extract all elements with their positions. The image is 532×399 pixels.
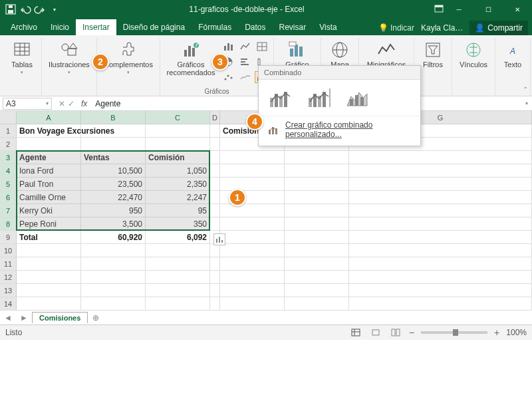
view-pagebreak-icon[interactable] [389, 327, 402, 338]
rowhead[interactable]: 4 [0, 164, 17, 178]
tab-insertar[interactable]: Insertar [76, 19, 116, 35]
cancel-formula-icon[interactable]: ✕ [59, 99, 65, 108]
svg-rect-34 [290, 49, 293, 57]
group-ilustraciones: Ilustraciones▾ [42, 38, 97, 96]
maximize-button[interactable]: ☐ [473, 0, 503, 19]
tab-diseno[interactable]: Diseño de página [116, 19, 192, 35]
rowhead[interactable]: 12 [0, 271, 17, 284]
name-box[interactable]: A3▾ [3, 98, 52, 110]
tab-datos[interactable]: Datos [238, 19, 272, 35]
undo-icon[interactable] [20, 4, 31, 15]
rowhead[interactable]: 7 [0, 204, 17, 217]
close-button[interactable]: ✕ [503, 0, 532, 19]
view-normal-icon[interactable] [349, 327, 362, 338]
rowhead[interactable]: 8 [0, 217, 17, 231]
chart-column-icon[interactable] [221, 41, 236, 53]
qat-more-icon[interactable]: ▾ [49, 4, 60, 15]
colhead-A[interactable]: A [17, 111, 81, 124]
chart-scatter-icon[interactable] [221, 71, 236, 83]
tab-archivo[interactable]: Archivo [4, 19, 44, 35]
tab-formulas[interactable]: Fórmulas [192, 19, 238, 35]
rowhead[interactable]: 5 [0, 178, 17, 191]
enter-formula-icon[interactable]: ✓ [68, 99, 74, 108]
chart-map-icon[interactable] [255, 41, 269, 53]
svg-rect-62 [221, 240, 223, 243]
texto-button[interactable]: ATexto [499, 38, 526, 68]
tab-nav-prev[interactable]: ◄ [0, 313, 16, 323]
row-headers: 1 2 3 4 5 6 7 8 9 10 11 12 13 14 [0, 124, 17, 311]
zoom-level[interactable]: 100% [506, 328, 527, 337]
svg-point-29 [225, 78, 227, 80]
vinculos-button[interactable]: Vínculos [456, 38, 491, 68]
formula-value[interactable]: Agente [90, 99, 120, 108]
svg-marker-12 [69, 43, 77, 49]
mapa-button[interactable]: Mapa [325, 38, 354, 68]
tablas-button[interactable]: Tablas▾ [7, 38, 37, 75]
tab-vista[interactable]: Vista [313, 19, 343, 35]
chart-bar-icon[interactable] [238, 56, 253, 68]
svg-rect-66 [372, 330, 379, 335]
tab-revisar[interactable]: Revisar [273, 19, 313, 35]
colhead-D[interactable]: D [210, 111, 220, 124]
complementos-button[interactable]: Complementos▾ [101, 38, 156, 75]
view-layout-icon[interactable] [369, 327, 382, 338]
group-tablas: Tablas▾ [3, 38, 42, 96]
svg-rect-67 [392, 329, 395, 336]
sheet-tabs: ◄ ► Comisiones ⊕ [0, 311, 532, 325]
tab-inicio[interactable]: Inicio [44, 19, 76, 35]
expand-formula-icon[interactable]: ▾ [525, 100, 532, 106]
svg-rect-68 [396, 329, 400, 336]
combo-option-3[interactable] [345, 86, 372, 109]
collapse-ribbon-icon[interactable]: ⌃ [523, 86, 528, 93]
rowhead[interactable]: 14 [0, 297, 17, 311]
chart-surface-icon[interactable] [238, 71, 253, 83]
chart-line-icon[interactable] [238, 41, 253, 53]
zoom-out-button[interactable]: − [409, 327, 414, 338]
svg-rect-55 [355, 95, 358, 106]
tell-me[interactable]: 💡 Indicar [378, 23, 414, 33]
svg-rect-35 [295, 45, 298, 57]
share-icon: 👤 [475, 23, 485, 33]
rowhead[interactable]: 11 [0, 257, 17, 271]
sheet-tab[interactable]: Comisiones [32, 312, 88, 323]
svg-rect-14 [188, 46, 191, 57]
svg-point-31 [231, 77, 233, 79]
rowhead[interactable]: 1 [0, 124, 17, 138]
cells[interactable]: Bon Voyage ExcursionesComisión10% Agente… [17, 124, 532, 311]
filtros-button[interactable]: Filtros [418, 38, 448, 68]
select-all-corner[interactable] [0, 111, 17, 124]
svg-rect-5 [15, 43, 29, 55]
ribbon-options-icon[interactable] [434, 4, 444, 15]
combo-option-1[interactable] [268, 86, 295, 109]
custom-combo-button[interactable]: Crear gráfico combinado personalizado... [259, 116, 420, 146]
graficos-recomendados-button[interactable]: ? Gráficos recomendados [164, 38, 217, 76]
tab-nav-next[interactable]: ► [16, 313, 32, 323]
rowhead[interactable]: 10 [0, 244, 17, 257]
share-button[interactable]: 👤Compartir [469, 21, 528, 35]
rowhead[interactable]: 6 [0, 191, 17, 204]
fx-icon[interactable]: fx [78, 99, 90, 108]
rowhead[interactable]: 9 [0, 231, 17, 244]
rowhead[interactable]: 2 [0, 138, 17, 151]
svg-rect-36 [299, 47, 303, 57]
new-sheet-button[interactable]: ⊕ [88, 313, 104, 323]
redo-icon[interactable] [35, 4, 45, 15]
user-name[interactable]: Kayla Cla… [421, 23, 463, 33]
title-bar: ▾ 11-graficos -de-doble-eje - Excel ─ ☐ … [0, 0, 532, 19]
ilustraciones-button[interactable]: Ilustraciones▾ [46, 38, 92, 75]
svg-rect-24 [241, 61, 245, 63]
colhead-B[interactable]: B [81, 111, 146, 124]
rowhead[interactable]: 3 [0, 151, 17, 164]
quick-analysis-icon[interactable] [213, 233, 225, 245]
colhead-C[interactable]: C [146, 111, 210, 124]
svg-rect-63 [352, 329, 360, 336]
combo-option-2[interactable] [307, 86, 333, 109]
svg-rect-54 [350, 99, 353, 106]
zoom-in-button[interactable]: + [494, 327, 499, 338]
minimize-button[interactable]: ─ [444, 0, 473, 19]
zoom-slider[interactable] [421, 331, 487, 334]
minigraficos-button[interactable]: Minigráficos [363, 38, 410, 68]
callout-1: 1 [229, 189, 246, 206]
rowhead[interactable]: 13 [0, 284, 17, 297]
save-icon[interactable] [5, 4, 16, 15]
